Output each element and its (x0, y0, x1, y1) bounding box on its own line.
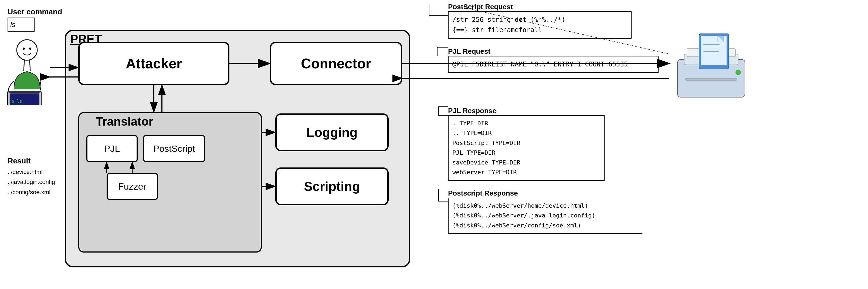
pjl-box: PJL (86, 135, 138, 162)
postscript-response-label: Postscript Response (448, 189, 518, 197)
pjl-request-box: @PJL FSDIRLIST NAME="0:\" ENTRY=1 COUNT=… (448, 56, 658, 73)
connector-label: Connector (301, 55, 371, 71)
logging-box: Logging (275, 113, 389, 151)
ps-req-line-2: {==} str filenameforall (452, 25, 627, 35)
pjl-resp-line-1: . TYPE=DIR (452, 119, 600, 128)
svg-text:$ ls: $ ls (11, 98, 22, 104)
scripting-box: Scripting (275, 168, 389, 205)
svg-line-7 (24, 60, 24, 71)
user-command-value: ls (10, 21, 16, 29)
user-command-box: ls (7, 18, 35, 32)
postscript-request-box: /str 256 string def (%*%../*) {==} str f… (448, 11, 631, 39)
ps-resp-line-1: (%disk0%../webServer/home/device.html) (452, 201, 638, 211)
svg-point-20 (736, 70, 741, 75)
pjl-request-label: PJL Request (448, 47, 490, 56)
pjl-req-line: @PJL FSDIRLIST NAME="0:\" ENTRY=1 COUNT=… (452, 59, 654, 69)
ps-resp-line-3: (%disk0%../webServer/config/soe.xml) (452, 221, 638, 230)
pjl-resp-line-4: PJL TYPE=DIR (452, 148, 600, 158)
pjl-resp-line-6: webServer TYPE=DIR (452, 168, 600, 177)
attacker-box: Attacker (78, 42, 229, 85)
pjl-resp-line-3: PostScript TYPE=DIR (452, 138, 600, 148)
svg-point-1 (23, 48, 25, 50)
ps-req-line-1: /str 256 string def (%*%../*) (452, 15, 627, 25)
scripting-label: Scripting (304, 179, 360, 194)
pjl-resp-line-5: saveDevice TYPE=DIR (452, 158, 600, 168)
svg-rect-21 (686, 78, 737, 81)
connector-box: Connector (270, 42, 402, 85)
result-label: Result (7, 157, 31, 165)
svg-point-2 (29, 48, 31, 50)
user-command-label: User command (7, 7, 62, 16)
postscript-sub-box: PostScript (143, 135, 205, 162)
pjl-label: PJL (104, 143, 120, 154)
person-icon: $ ls (0, 35, 54, 107)
postscript-sub-label: PostScript (153, 143, 195, 154)
translator-label: Translator (96, 115, 153, 128)
fuzzer-label: Fuzzer (118, 181, 146, 192)
pjl-response-label: PJL Response (448, 107, 496, 115)
translator-box (78, 112, 262, 253)
printer-icon (669, 32, 756, 109)
attacker-label: Attacker (126, 55, 182, 71)
postscript-request-label: PostScript Request (448, 3, 513, 11)
svg-point-0 (17, 40, 37, 60)
postscript-response-box: (%disk0%../webServer/home/device.html) (… (448, 198, 642, 234)
pjl-resp-line-2: .. TYPE=DIR (452, 128, 600, 138)
fuzzer-box: Fuzzer (106, 173, 158, 200)
diagram-area: User command ls Result ../device.html ..… (0, 0, 868, 289)
logging-label: Logging (306, 125, 358, 140)
pjl-response-box: . TYPE=DIR .. TYPE=DIR PostScript TYPE=D… (448, 115, 604, 181)
svg-line-8 (30, 60, 30, 71)
ps-resp-line-2: (%disk0%../webServer/.java.login.config) (452, 211, 638, 221)
